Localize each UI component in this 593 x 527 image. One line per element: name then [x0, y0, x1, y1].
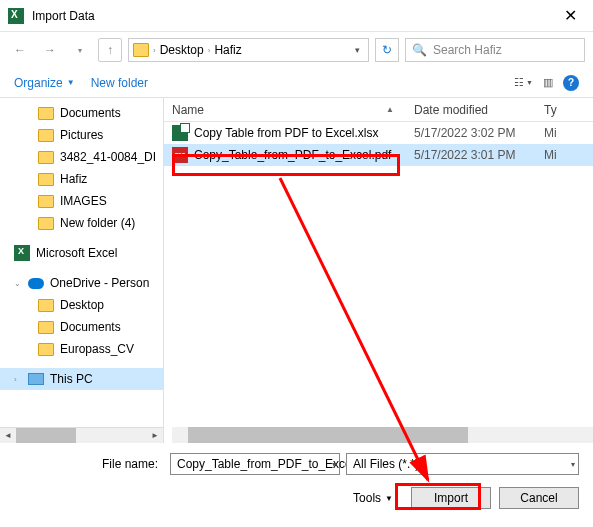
tree-item-od-documents[interactable]: Documents	[0, 316, 163, 338]
expand-icon[interactable]: ⌄	[14, 279, 22, 288]
file-type: Mi	[544, 126, 593, 140]
chevron-right-icon[interactable]: ›	[206, 46, 213, 55]
chevron-down-icon[interactable]: ▾	[571, 460, 575, 469]
cancel-button[interactable]: Cancel	[499, 487, 579, 509]
nav-up-button[interactable]: ↑	[98, 38, 122, 62]
search-input[interactable]: 🔍 Search Hafiz	[405, 38, 585, 62]
pane-icon: ▥	[543, 76, 553, 89]
nav-back-button[interactable]: ←	[8, 38, 32, 62]
tree-item-pictures[interactable]: Pictures	[0, 124, 163, 146]
view-mode-button[interactable]: ☷ ▼	[514, 76, 533, 89]
file-name: Copy_Table_from_PDF_to_Excel.pdf	[194, 148, 391, 162]
folder-icon	[38, 129, 54, 142]
column-header-type[interactable]: Ty	[544, 103, 593, 117]
tree-item-folder[interactable]: 3482_41-0084_DI	[0, 146, 163, 168]
tree-item-od-desktop[interactable]: Desktop	[0, 294, 163, 316]
folder-icon	[38, 217, 54, 230]
chevron-down-icon[interactable]: ▾	[332, 460, 336, 469]
breadcrumb-dropdown-icon[interactable]: ▾	[351, 45, 364, 55]
filename-input[interactable]: Copy_Table_from_PDF_to_Excel.pd ▾	[170, 453, 340, 475]
file-filter-select[interactable]: All Files (*.*) ▾	[346, 453, 579, 475]
file-row[interactable]: Copy_Table_from_PDF_to_Excel.pdf 5/17/20…	[164, 144, 593, 166]
tree-item-od-europass[interactable]: Europass_CV	[0, 338, 163, 360]
chevron-down-icon: ▼	[385, 494, 393, 503]
tools-button[interactable]: Tools ▼	[353, 491, 393, 505]
scroll-left-icon[interactable]: ◄	[0, 428, 16, 443]
expand-icon[interactable]: ›	[14, 375, 22, 384]
xlsx-file-icon	[172, 125, 188, 141]
filename-label: File name:	[14, 457, 164, 471]
tree-item-excel[interactable]: Microsoft Excel	[0, 242, 163, 264]
onedrive-icon	[28, 278, 44, 289]
excel-icon	[14, 245, 30, 261]
tree-item-hafiz[interactable]: Hafiz	[0, 168, 163, 190]
tree-item-thispc[interactable]: ›This PC	[0, 368, 163, 390]
file-name: Copy Table from PDF to Excel.xlsx	[194, 126, 379, 140]
nav-forward-button: →	[38, 38, 62, 62]
organize-button[interactable]: Organize ▼	[14, 76, 75, 90]
nav-recent-button[interactable]: ▾	[68, 38, 92, 62]
breadcrumb[interactable]: › Desktop › Hafiz ▾	[128, 38, 369, 62]
tree-item-newfolder[interactable]: New folder (4)	[0, 212, 163, 234]
list-view-icon: ☷	[514, 76, 524, 89]
folder-icon	[38, 173, 54, 186]
tree-scrollbar[interactable]: ◄ ►	[0, 427, 163, 443]
column-header-date[interactable]: Date modified	[414, 103, 544, 117]
file-row[interactable]: Copy Table from PDF to Excel.xlsx 5/17/2…	[164, 122, 593, 144]
pc-icon	[28, 373, 44, 385]
folder-icon	[38, 321, 54, 334]
refresh-button[interactable]: ↻	[375, 38, 399, 62]
search-icon: 🔍	[412, 43, 427, 57]
scroll-right-icon[interactable]: ►	[147, 428, 163, 443]
file-list[interactable]: Name▲ Date modified Ty Copy Table from P…	[164, 98, 593, 443]
folder-icon	[133, 43, 149, 57]
file-date: 5/17/2022 3:02 PM	[414, 126, 544, 140]
list-scrollbar[interactable]	[172, 427, 593, 443]
new-folder-button[interactable]: New folder	[91, 76, 148, 90]
folder-icon	[38, 299, 54, 312]
close-icon[interactable]: ✕	[556, 6, 585, 25]
column-header-name[interactable]: Name▲	[164, 103, 414, 117]
folder-icon	[38, 195, 54, 208]
breadcrumb-part[interactable]: Hafiz	[214, 43, 241, 57]
folder-icon	[38, 107, 54, 120]
chevron-right-icon[interactable]: ›	[151, 46, 158, 55]
file-date: 5/17/2022 3:01 PM	[414, 148, 544, 162]
import-button[interactable]: Import	[411, 487, 491, 509]
tree-item-documents[interactable]: Documents	[0, 102, 163, 124]
folder-icon	[38, 151, 54, 164]
scroll-thumb[interactable]	[16, 428, 76, 443]
window-title: Import Data	[32, 9, 95, 23]
chevron-down-icon: ▼	[67, 78, 75, 87]
scroll-thumb[interactable]	[188, 427, 468, 443]
tree-item-onedrive[interactable]: ⌄OneDrive - Person	[0, 272, 163, 294]
help-button[interactable]: ?	[563, 75, 579, 91]
preview-pane-button[interactable]: ▥	[543, 76, 553, 89]
nav-tree[interactable]: Documents Pictures 3482_41-0084_DI Hafiz…	[0, 98, 164, 443]
sort-asc-icon: ▲	[386, 105, 394, 114]
pdf-file-icon	[172, 147, 188, 163]
excel-app-icon	[8, 8, 24, 24]
folder-icon	[38, 343, 54, 356]
search-placeholder: Search Hafiz	[433, 43, 502, 57]
tree-item-images[interactable]: IMAGES	[0, 190, 163, 212]
breadcrumb-part[interactable]: Desktop	[160, 43, 204, 57]
file-type: Mi	[544, 148, 593, 162]
